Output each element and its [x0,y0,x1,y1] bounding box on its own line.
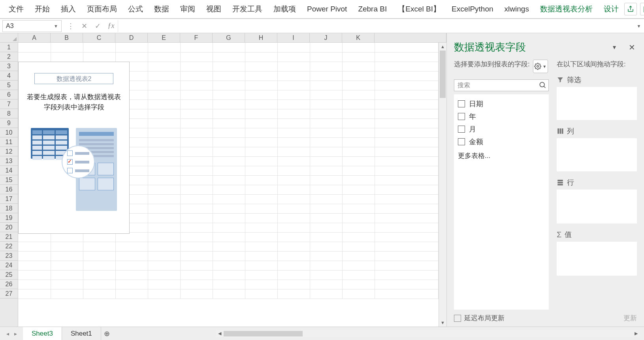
ribbon-tab-pivotanalyze[interactable]: 数据透视表分析 [535,0,598,19]
ribbon-tab-file[interactable]: 文件 [3,0,29,19]
filter-drop-area[interactable] [557,87,637,120]
col-header[interactable]: K [342,33,375,42]
row-header[interactable]: 20 [0,223,18,232]
scroll-left-arrow-icon[interactable]: ◀ [216,331,224,336]
horizontal-scrollbar[interactable]: ◀ ▶ [216,330,640,337]
ribbon-tab-home[interactable]: 开始 [29,0,55,19]
col-header[interactable]: D [115,33,148,42]
ribbon-tab-excelbi[interactable]: 【Excel BI】 [392,0,446,19]
field-item-date[interactable]: 日期 [456,98,547,110]
row-header[interactable]: 12 [0,147,18,156]
scroll-thumb[interactable] [440,51,446,98]
fx-icon[interactable]: ƒx [104,20,118,32]
row-header[interactable]: 19 [0,213,18,223]
close-icon[interactable]: ✕ [627,42,637,53]
ribbon-tab-view[interactable]: 视图 [201,0,227,19]
row-header[interactable]: 4 [0,71,18,81]
col-header[interactable]: A [18,33,51,42]
cancel-icon[interactable]: ✕ [77,20,91,32]
col-header[interactable]: B [51,33,83,42]
panel-options-icon[interactable]: ▾ [609,42,620,53]
row-header[interactable]: 24 [0,261,18,270]
ribbon-tab-pagelayout[interactable]: 页面布局 [81,0,122,19]
row-header[interactable]: 25 [0,270,18,280]
ribbon-tab-review[interactable]: 审阅 [175,0,201,19]
confirm-icon[interactable]: ✓ [91,20,104,32]
defer-checkbox[interactable] [454,315,461,322]
ribbon-tab-powerpivot[interactable]: Power Pivot [301,0,352,19]
scroll-right-arrow-icon[interactable]: ▶ [632,331,640,336]
row-header[interactable]: 11 [0,137,18,147]
checkbox-icon[interactable] [458,113,465,120]
row-header[interactable]: 3 [0,62,18,71]
row-header[interactable]: 22 [0,242,18,251]
sheet-tab-sheet3[interactable]: Sheet3 [23,327,62,340]
row-header[interactable]: 8 [0,109,18,118]
new-sheet-button[interactable]: ⊕ [101,329,113,338]
col-header[interactable]: F [180,33,213,42]
col-header[interactable]: C [83,33,115,42]
select-all-cell[interactable] [0,33,18,42]
row-header[interactable]: 26 [0,280,18,289]
gear-button[interactable]: ▼ [533,60,548,73]
scroll-up-arrow-icon[interactable]: ▲ [439,43,446,51]
tab-nav-last-icon[interactable]: ▸ [12,331,19,337]
comments-button[interactable] [640,3,644,15]
row-header[interactable]: 23 [0,251,18,261]
row-header[interactable]: 15 [0,175,18,185]
field-item-year[interactable]: 年 [456,110,547,123]
col-header[interactable]: H [245,33,277,42]
ribbon-tab-xlwings[interactable]: xlwings [499,0,535,19]
checkbox-icon[interactable] [458,126,465,133]
chevron-down-icon[interactable]: ▼ [54,24,58,28]
row-header[interactable]: 2 [0,52,18,62]
sheet-tab-sheet1[interactable]: Sheet1 [62,327,101,340]
checkbox-icon[interactable] [458,100,465,107]
ribbon-tab-excelpython[interactable]: ExcelPython [446,0,499,19]
scroll-thumb[interactable] [224,331,303,336]
ribbon-tab-zebrabi[interactable]: Zebra BI [352,0,392,19]
row-header[interactable]: 5 [0,81,18,90]
pivottable-placeholder[interactable]: 数据透视表2 若要生成报表，请从数据透视表 字段列表中选择字段 [18,62,130,234]
row-header[interactable]: 16 [0,185,18,194]
row-header[interactable]: 27 [0,289,18,299]
ribbon-tab-insert[interactable]: 插入 [55,0,81,19]
values-drop-area[interactable] [557,242,637,276]
row-header[interactable]: 10 [0,128,18,137]
row-header[interactable]: 21 [0,232,18,242]
row-header[interactable]: 7 [0,100,18,109]
row-header[interactable]: 18 [0,204,18,213]
ribbon-tab-developer[interactable]: 开发工具 [227,0,268,19]
rows-drop-area[interactable] [557,190,637,224]
columns-drop-area[interactable] [557,138,637,171]
ribbon-tab-addins[interactable]: 加载项 [268,0,301,19]
row-header[interactable]: 14 [0,166,18,175]
expand-formula-bar[interactable]: ▼ [634,24,644,28]
scroll-down-arrow-icon[interactable]: ▼ [439,319,446,327]
search-input[interactable] [454,79,549,91]
name-box[interactable]: A3 ▼ [2,20,62,32]
row-header[interactable]: 6 [0,90,18,100]
field-item-month[interactable]: 月 [456,123,547,135]
formula-input[interactable] [118,20,634,32]
checkbox-icon[interactable] [458,138,465,145]
row-header[interactable]: 1 [0,43,18,52]
search-icon[interactable] [539,81,546,89]
ribbon-tab-formulas[interactable]: 公式 [122,0,149,19]
col-header[interactable]: I [277,33,310,42]
field-item-amount[interactable]: 金额 [456,135,547,148]
vertical-scrollbar[interactable]: ▲ ▼ [439,43,446,327]
scroll-track[interactable] [439,51,446,319]
col-header[interactable]: E [148,33,180,42]
more-tables-link[interactable]: 更多表格... [456,148,547,163]
row-header[interactable]: 9 [0,118,18,128]
tab-nav-first-icon[interactable]: ◂ [4,331,11,337]
share-button[interactable] [624,3,637,15]
ribbon-tab-data[interactable]: 数据 [149,0,175,19]
col-header[interactable]: J [310,33,342,42]
row-header[interactable]: 13 [0,156,18,166]
dropdown-dots-icon[interactable]: ⋮ [64,20,77,32]
row-header[interactable]: 17 [0,194,18,204]
col-header[interactable]: G [213,33,245,42]
ribbon-tab-design[interactable]: 设计 [598,0,624,19]
